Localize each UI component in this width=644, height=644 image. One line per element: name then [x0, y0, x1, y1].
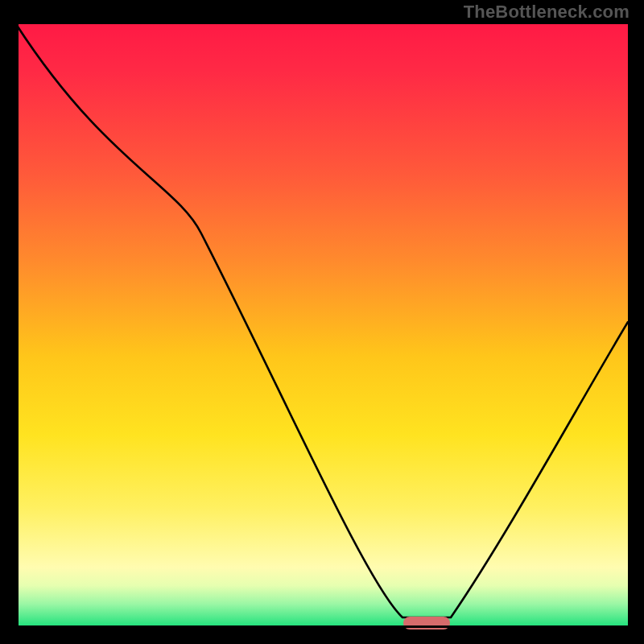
bottleneck-curve — [16, 24, 628, 628]
curve-path — [16, 24, 628, 617]
chart-frame: TheBottleneck.com — [0, 0, 644, 644]
x-axis — [16, 625, 628, 628]
plot-area — [16, 24, 628, 628]
y-axis — [16, 24, 19, 628]
watermark-text: TheBottleneck.com — [464, 2, 630, 23]
